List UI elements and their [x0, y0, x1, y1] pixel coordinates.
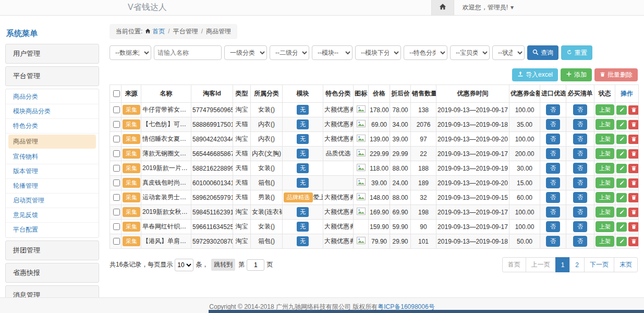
- row-checkbox[interactable]: [113, 209, 120, 215]
- import-toggle-button[interactable]: 否: [546, 163, 560, 174]
- sidebar-section-2[interactable]: 拼团管理: [5, 240, 99, 260]
- status-button[interactable]: 上架: [596, 192, 614, 203]
- must-buy-toggle-button[interactable]: 否: [573, 163, 587, 174]
- edit-button[interactable]: [616, 237, 627, 246]
- goods-name-input[interactable]: [154, 45, 222, 60]
- status-button[interactable]: 上架: [596, 163, 614, 174]
- status-button[interactable]: 上架: [596, 104, 614, 115]
- must-buy-toggle-button[interactable]: 否: [573, 148, 587, 159]
- import-toggle-button[interactable]: 否: [546, 119, 560, 130]
- breadcrumb-home-link[interactable]: 首页: [152, 28, 165, 35]
- must-buy-toggle-button[interactable]: 否: [573, 119, 587, 130]
- row-checkbox[interactable]: [113, 179, 120, 186]
- sidebar-item-8[interactable]: 意见反馈: [6, 208, 99, 223]
- row-checkbox[interactable]: [113, 194, 120, 201]
- status-button[interactable]: 上架: [596, 119, 614, 130]
- category-level2-select[interactable]: --二级分类--: [270, 45, 309, 60]
- icp-link[interactable]: 粤ICP备16098006号: [378, 303, 434, 310]
- sidebar-item-3[interactable]: 商品管理: [8, 135, 96, 149]
- page-jump-input[interactable]: [247, 259, 264, 271]
- home-button[interactable]: [431, 0, 454, 15]
- reset-button[interactable]: 重置: [561, 45, 592, 60]
- must-buy-toggle-button[interactable]: 否: [573, 104, 587, 115]
- edit-button[interactable]: [616, 208, 627, 217]
- delete-button[interactable]: [628, 193, 639, 202]
- page-button-0[interactable]: 首页: [502, 257, 526, 272]
- must-buy-toggle-button[interactable]: 否: [573, 192, 587, 203]
- row-checkbox[interactable]: [113, 238, 120, 245]
- category-level1-select[interactable]: 一级分类: [224, 45, 267, 60]
- row-checkbox[interactable]: [113, 223, 120, 230]
- sidebar-item-0[interactable]: 商品分类: [6, 90, 99, 104]
- sidebar-item-4[interactable]: 宣传物料: [6, 150, 99, 164]
- must-buy-toggle-button[interactable]: 否: [573, 207, 587, 218]
- import-toggle-button[interactable]: 否: [546, 148, 560, 159]
- import-toggle-button[interactable]: 否: [546, 177, 560, 188]
- page-button-4[interactable]: 下一页: [584, 257, 614, 272]
- page-button-5[interactable]: 末页: [614, 257, 638, 272]
- delete-button[interactable]: [628, 178, 639, 188]
- delete-button[interactable]: [628, 105, 639, 115]
- import-excel-button[interactable]: 导入excel: [512, 68, 558, 81]
- add-button[interactable]: 添加: [561, 68, 592, 81]
- module-select[interactable]: --模块--: [312, 45, 353, 60]
- row-checkbox[interactable]: [113, 106, 120, 113]
- page-size-select[interactable]: 10: [175, 259, 193, 271]
- page-button-2[interactable]: 1: [555, 257, 570, 272]
- delete-button[interactable]: [628, 149, 639, 159]
- import-toggle-button[interactable]: 否: [546, 134, 560, 145]
- status-button[interactable]: 上架: [596, 207, 614, 218]
- search-button[interactable]: 查询: [527, 45, 558, 60]
- delete-button[interactable]: [628, 164, 639, 173]
- edit-button[interactable]: [616, 149, 627, 159]
- import-toggle-button[interactable]: 否: [546, 236, 560, 247]
- must-buy-toggle-button[interactable]: 否: [573, 221, 587, 232]
- select-all-checkbox[interactable]: [113, 90, 120, 97]
- sidebar-item-5[interactable]: 版本管理: [6, 164, 99, 179]
- import-toggle-button[interactable]: 否: [546, 221, 560, 232]
- delete-button[interactable]: [628, 222, 639, 232]
- sidebar-item-9[interactable]: 平台配置: [6, 223, 99, 237]
- user-menu[interactable]: 欢迎您，管理员!: [463, 3, 514, 12]
- status-select[interactable]: --状态--: [492, 45, 525, 60]
- edit-button[interactable]: [616, 105, 627, 115]
- import-toggle-button[interactable]: 否: [546, 207, 560, 218]
- page-button-1[interactable]: 上一页: [526, 257, 556, 272]
- must-buy-toggle-button[interactable]: 否: [573, 177, 587, 188]
- status-button[interactable]: 上架: [596, 177, 614, 188]
- item-type-select[interactable]: --宝贝类型--: [450, 45, 490, 60]
- sidebar-section-1[interactable]: 平台管理: [5, 66, 99, 86]
- status-button[interactable]: 上架: [596, 236, 614, 247]
- page-button-3[interactable]: 2: [569, 257, 585, 272]
- edit-button[interactable]: [616, 178, 627, 188]
- edit-button[interactable]: [616, 222, 627, 232]
- delete-button[interactable]: [628, 135, 639, 144]
- status-button[interactable]: 上架: [596, 148, 614, 159]
- edit-button[interactable]: [616, 135, 627, 144]
- sidebar-item-6[interactable]: 轮播管理: [6, 179, 99, 194]
- must-buy-toggle-button[interactable]: 否: [573, 134, 587, 145]
- data-source-select[interactable]: --数据来源--: [110, 45, 151, 60]
- feature-category-select[interactable]: --特色分类--: [404, 45, 447, 60]
- sidebar-section-0[interactable]: 用户管理: [5, 44, 99, 64]
- row-checkbox[interactable]: [113, 121, 120, 128]
- edit-button[interactable]: [616, 120, 627, 129]
- module-sub-category-select[interactable]: --模块下分类--: [355, 45, 401, 60]
- import-toggle-button[interactable]: 否: [546, 192, 560, 203]
- row-checkbox[interactable]: [113, 150, 120, 157]
- sidebar-section-3[interactable]: 省惠快报: [5, 263, 99, 283]
- must-buy-toggle-button[interactable]: 否: [573, 236, 587, 247]
- edit-button[interactable]: [616, 164, 627, 173]
- batch-delete-button[interactable]: 批量删除: [594, 68, 638, 81]
- delete-button[interactable]: [628, 237, 639, 246]
- sidebar-item-7[interactable]: 启动页管理: [6, 194, 99, 208]
- row-checkbox[interactable]: [113, 136, 120, 142]
- sidebar-item-1[interactable]: 模块商品分类: [6, 104, 99, 119]
- status-button[interactable]: 上架: [596, 221, 614, 232]
- delete-button[interactable]: [628, 208, 639, 217]
- import-toggle-button[interactable]: 否: [546, 104, 560, 115]
- delete-button[interactable]: [628, 120, 639, 129]
- sidebar-item-2[interactable]: 特色分类: [6, 119, 99, 134]
- jump-to-button[interactable]: 跳转到: [211, 259, 235, 271]
- edit-button[interactable]: [616, 193, 627, 202]
